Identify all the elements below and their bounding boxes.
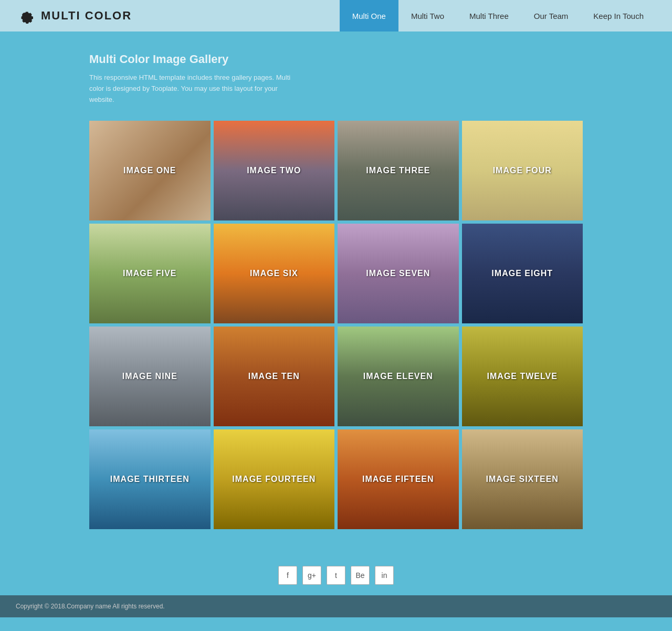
nav-item-our-team[interactable]: Our Team — [521, 0, 581, 31]
image-label-9: IMAGE NINE — [122, 372, 177, 381]
header: MULTI COLOR Multi One Multi Two Multi Th… — [0, 0, 672, 31]
main-nav: Multi One Multi Two Multi Three Our Team… — [340, 0, 656, 31]
image-label-2: IMAGE TWO — [247, 166, 301, 175]
image-cell-3[interactable]: IMAGE THREE — [338, 121, 459, 220]
facebook-icon[interactable]: f — [278, 566, 297, 585]
image-label-8: IMAGE EIGHT — [491, 269, 553, 278]
image-label-4: IMAGE FOUR — [493, 166, 552, 175]
image-cell-7[interactable]: IMAGE SEVEN — [338, 224, 459, 323]
image-cell-11[interactable]: IMAGE ELEVEN — [338, 327, 459, 426]
nav-item-multi-two[interactable]: Multi Two — [398, 0, 457, 31]
image-cell-5[interactable]: IMAGE FIVE — [89, 224, 211, 323]
image-cell-16[interactable]: IMAGE SIXTEEN — [462, 429, 583, 529]
image-label-5: IMAGE FIVE — [123, 269, 176, 278]
image-grid: IMAGE ONE IMAGE TWO IMAGE THREE IMAGE FO… — [89, 121, 583, 529]
image-cell-6[interactable]: IMAGE SIX — [214, 224, 335, 323]
image-cell-8[interactable]: IMAGE EIGHT — [462, 224, 583, 323]
logo-text: MULTI COLOR — [41, 9, 132, 23]
image-label-13: IMAGE THIRTEEN — [110, 475, 190, 484]
image-label-10: IMAGE TEN — [248, 372, 300, 381]
image-cell-9[interactable]: IMAGE NINE — [89, 327, 211, 426]
image-cell-12[interactable]: IMAGE TWELVE — [462, 327, 583, 426]
gallery-title: Multi Color Image Gallery — [89, 52, 583, 66]
image-label-14: IMAGE FOURTEEN — [232, 475, 316, 484]
image-cell-14[interactable]: IMAGE FOURTEEN — [214, 429, 335, 529]
image-cell-1[interactable]: IMAGE ONE — [89, 121, 211, 220]
nav-item-multi-three[interactable]: Multi Three — [457, 0, 521, 31]
image-cell-10[interactable]: IMAGE TEN — [214, 327, 335, 426]
google-plus-icon[interactable]: g+ — [302, 566, 321, 585]
image-label-15: IMAGE FIFTEEN — [362, 475, 434, 484]
image-label-16: IMAGE SIXTEEN — [486, 475, 559, 484]
gallery-description: This responsive HTML template includes t… — [89, 72, 299, 105]
behance-icon[interactable]: Be — [351, 566, 370, 585]
image-cell-13[interactable]: IMAGE THIRTEEN — [89, 429, 211, 529]
linkedin-icon[interactable]: in — [375, 566, 394, 585]
image-label-6: IMAGE SIX — [250, 269, 298, 278]
image-label-7: IMAGE SEVEN — [366, 269, 430, 278]
copyright: Copyright © 2018.Company name All rights… — [0, 595, 672, 617]
nav-item-multi-one[interactable]: Multi One — [340, 0, 398, 31]
image-label-12: IMAGE TWELVE — [487, 372, 558, 381]
image-cell-2[interactable]: IMAGE TWO — [214, 121, 335, 220]
logo-area: MULTI COLOR — [16, 6, 340, 25]
gear-icon — [16, 6, 35, 25]
nav-item-keep-in-touch[interactable]: Keep In Touch — [581, 0, 656, 31]
image-label-1: IMAGE ONE — [123, 166, 176, 175]
image-label-3: IMAGE THREE — [366, 166, 430, 175]
main-content: Multi Color Image Gallery This responsiv… — [0, 31, 672, 550]
image-cell-15[interactable]: IMAGE FIFTEEN — [338, 429, 459, 529]
image-cell-4[interactable]: IMAGE FOUR — [462, 121, 583, 220]
image-label-11: IMAGE ELEVEN — [363, 372, 433, 381]
twitter-icon[interactable]: t — [327, 566, 345, 585]
social-icons: f g+ t Be in — [0, 550, 672, 595]
